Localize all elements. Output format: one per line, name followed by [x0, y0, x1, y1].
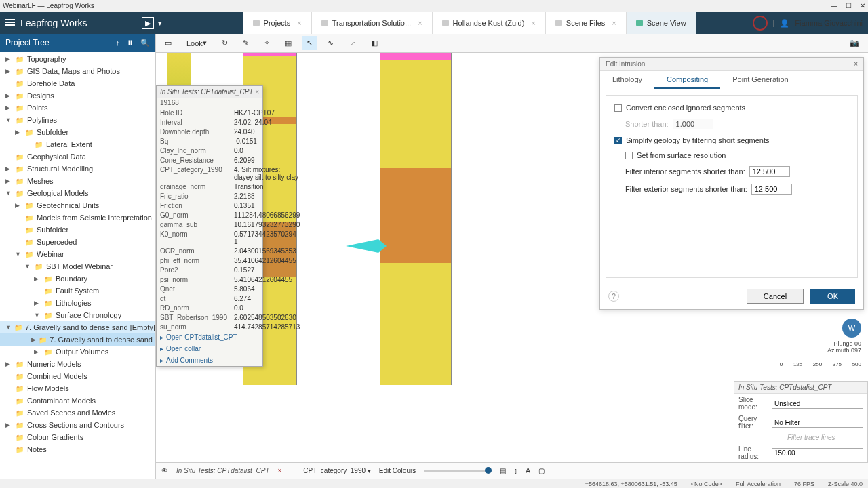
tree-item[interactable]: 📁Notes — [0, 443, 155, 455]
workspace-tab[interactable]: Hollandse Kust (Zuid)× — [433, 12, 546, 34]
tree-item[interactable]: 📁Contaminant Models — [0, 394, 155, 407]
user-area[interactable]: | 👤 Fiamma Giovacchini — [753, 16, 863, 30]
select-tool-icon[interactable]: ▭ — [160, 36, 176, 50]
tree-item[interactable]: ▶📁7. Gravelly sand to dense sand — [0, 333, 155, 346]
tree-item[interactable]: ▶📁Designs — [0, 89, 155, 102]
tree-item[interactable]: ▶📁Output Volumes — [0, 346, 155, 358]
tree-item[interactable]: ▼📁Webinar — [0, 248, 155, 260]
tree-item[interactable]: 📁Combined Models — [0, 370, 155, 382]
attribute-select[interactable]: CPT_category_1990 ▾ — [303, 467, 371, 474]
tree-item[interactable]: 📁Fault System — [0, 285, 155, 297]
axis-icon[interactable]: ⫿ — [514, 467, 517, 474]
ok-button[interactable]: OK — [810, 289, 855, 304]
close-icon[interactable]: × — [854, 60, 858, 68]
info-key: drainage_norm — [157, 182, 231, 191]
object-name[interactable]: In Situ Tests: CPTdatalist_CPT — [176, 467, 269, 474]
borehole-column[interactable] — [380, 53, 452, 385]
info-table: Hole IDHKZ1-CPT07Interval24.02, 24.04Dow… — [157, 108, 303, 331]
edit-colours-button[interactable]: Edit Colours — [379, 467, 416, 474]
close-icon[interactable]: × — [277, 467, 281, 474]
tree-item[interactable]: 📁Borehole Data — [0, 77, 155, 89]
draw-icon[interactable]: ∿ — [323, 36, 338, 50]
tree-item[interactable]: 📁Superceded — [0, 236, 155, 248]
props-input[interactable] — [772, 448, 863, 458]
workspace-tab[interactable]: Scene View — [627, 12, 696, 34]
coords: +564618.63, +5800631.51, -53.45 — [585, 481, 677, 487]
close-icon[interactable]: × — [255, 88, 259, 96]
opacity-slider[interactable] — [424, 470, 492, 472]
info-link[interactable]: ▸Add Comments — [157, 354, 262, 366]
panel-tab[interactable]: Point Generation — [720, 71, 801, 89]
info-key: gamma_sub — [157, 220, 231, 229]
arrow-icon[interactable]: ↖ — [302, 36, 317, 50]
tree-item[interactable]: ▶📁Lithologies — [0, 297, 155, 309]
interior-input[interactable] — [749, 166, 790, 177]
minimize-icon[interactable]: — — [831, 2, 837, 9]
info-link[interactable]: ▸Open collar — [157, 343, 262, 354]
tree-item[interactable]: ▼📁Polylines — [0, 114, 155, 126]
edit-icon[interactable]: ✎ — [238, 36, 254, 50]
workspace-tab[interactable]: Scene Files× — [546, 12, 627, 34]
tree-item[interactable]: ▶📁Cross Sections and Contours — [0, 419, 155, 431]
checkbox[interactable] — [625, 152, 633, 159]
info-value: 35.41064212604455 — [231, 256, 303, 265]
tree-item[interactable]: ▶📁Structural Modelling — [0, 163, 155, 175]
tree-item[interactable]: ▶📁Subfolder — [0, 126, 155, 138]
box-icon[interactable]: ▢ — [538, 467, 545, 474]
up-icon[interactable]: ↑ — [116, 39, 120, 47]
tree-item[interactable]: ▼📁Geological Models — [0, 187, 155, 199]
workspace-tab[interactable]: Transportation Solutio...× — [312, 12, 433, 34]
checkbox[interactable]: ✓ — [614, 137, 622, 144]
tree-item[interactable]: ▼📁SBT Model Webinar — [0, 260, 155, 272]
tree-item[interactable]: ▶📁Points — [0, 102, 155, 114]
cancel-button[interactable]: Cancel — [747, 289, 804, 304]
eye-icon[interactable]: 👁 — [161, 467, 168, 474]
tree-item[interactable]: ▶📁Numeric Models — [0, 358, 155, 370]
panel-tab[interactable]: Compositing — [654, 71, 720, 89]
tree-item[interactable]: ▼📁Surface Chronology — [0, 309, 155, 321]
tree-item[interactable]: ▶📁Topography — [0, 53, 155, 65]
search-icon[interactable]: 🔍 — [140, 39, 150, 47]
ruler-icon[interactable]: ⟋ — [344, 37, 361, 50]
maximize-icon[interactable]: ☐ — [846, 2, 852, 9]
look-button[interactable]: Look ▾ — [182, 36, 212, 50]
info-link[interactable]: ▸Open CPTdatalist_CPT — [157, 331, 262, 343]
erase-icon[interactable]: ◧ — [366, 36, 382, 50]
tree-item[interactable]: ▶📁Meshes — [0, 175, 155, 187]
tree-item[interactable]: 📁Flow Models — [0, 382, 155, 394]
play-icon[interactable]: ▶ — [142, 17, 154, 29]
legend-icon[interactable]: ▤ — [500, 467, 506, 474]
props-input[interactable] — [772, 418, 863, 428]
tree-item[interactable]: 📁Lateral Extent — [0, 138, 155, 150]
tree-item[interactable]: 📁Colour Gradients — [0, 431, 155, 443]
tree-item[interactable]: 📁Models from Seismic Interpretation — [0, 211, 155, 224]
workspace-tab[interactable]: Projects× — [243, 12, 312, 34]
workspace-tabs: Projects×Transportation Solutio...×Holla… — [243, 12, 696, 34]
orbit-icon[interactable]: ↻ — [217, 36, 233, 50]
scene-3d[interactable]: In Situ Tests: CPTdatalist_CPT × 19168 H… — [156, 53, 868, 462]
help-icon[interactable]: ? — [608, 291, 619, 302]
text-icon[interactable]: A — [526, 467, 530, 474]
zscale-status: Z-Scale 40.0 — [828, 481, 863, 487]
pause-icon[interactable]: ⏸ — [126, 39, 134, 47]
chevron-down-icon[interactable]: ▾ — [158, 19, 162, 28]
tree-item[interactable]: ▶📁Geotechnical Units — [0, 199, 155, 211]
plane-icon[interactable]: ▦ — [280, 36, 296, 50]
camera-icon[interactable]: 📷 — [845, 36, 864, 50]
move-icon[interactable]: ✧ — [259, 36, 275, 50]
tree-item[interactable]: ▶📁Boundary — [0, 272, 155, 285]
tree-item[interactable]: 📁Saved Scenes and Movies — [0, 407, 155, 419]
tree-item[interactable]: 📁Geophysical Data — [0, 150, 155, 163]
checkbox[interactable] — [614, 104, 622, 112]
compass: W Plunge 00 Azimuth 097 — [827, 319, 861, 354]
project-tree[interactable]: ▶📁Topography▶📁GIS Data, Maps and Photos📁… — [0, 52, 155, 479]
tree-item[interactable]: 📁Subfolder — [0, 224, 155, 236]
panel-tab[interactable]: Lithology — [600, 71, 654, 89]
tree-item[interactable]: ▼📁7. Gravelly sand to dense sand [Empty]… — [0, 321, 155, 333]
compass-icon[interactable]: W — [842, 319, 861, 338]
tree-item[interactable]: ▶📁GIS Data, Maps and Photos — [0, 65, 155, 77]
props-input[interactable] — [772, 399, 863, 409]
central-icon[interactable] — [753, 16, 768, 30]
exterior-input[interactable] — [751, 184, 792, 195]
close-icon[interactable]: ✕ — [860, 2, 865, 9]
